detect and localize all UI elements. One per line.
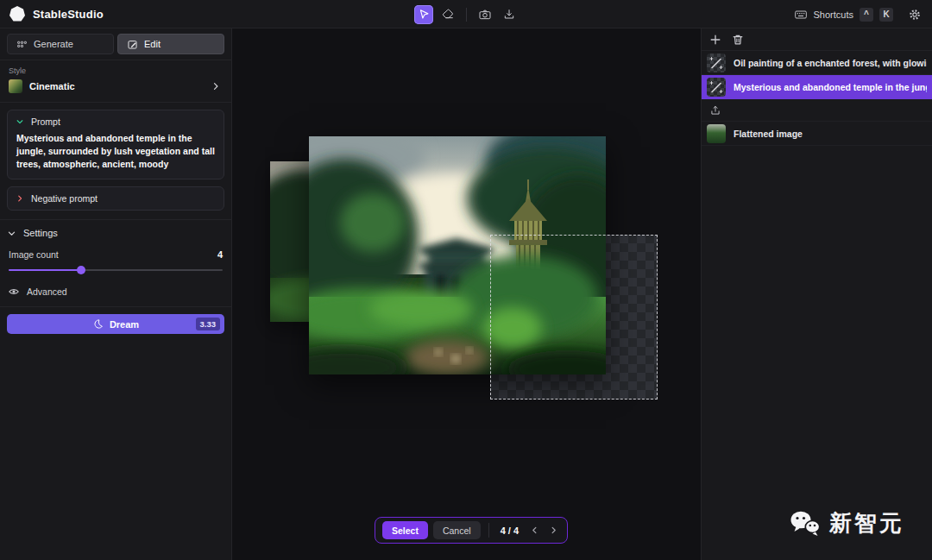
tab-edit[interactable]: Edit: [117, 34, 224, 54]
layer-label: Oil painting of a enchanted forest, with…: [734, 58, 927, 68]
canvas[interactable]: Select Cancel 4 / 4: [232, 28, 701, 560]
watermark: 新智元: [790, 508, 904, 538]
shortcut-key-ctrl: ^: [860, 8, 873, 22]
layer-thumbnail-checker: [707, 78, 726, 97]
style-section[interactable]: Style Cinematic: [0, 60, 231, 103]
trash-icon[interactable]: [732, 34, 744, 46]
negative-prompt-header[interactable]: Negative prompt: [8, 187, 224, 210]
left-sidebar: Generate Edit Style Cinematic: [0, 28, 232, 560]
layer-label: Mysterious and abandoned temple in the j…: [734, 82, 927, 92]
layers-header: [702, 28, 932, 51]
layers-panel: Oil painting of a enchanted forest, with…: [701, 28, 932, 560]
top-bar: StableStudio: [0, 0, 932, 28]
tab-generate[interactable]: Generate: [7, 34, 114, 54]
layer-label: Flattened image: [734, 129, 803, 139]
advanced-label: Advanced: [27, 286, 67, 297]
add-layer-icon[interactable]: [709, 34, 721, 46]
chevron-left-icon: [530, 525, 539, 535]
gear-icon: [908, 8, 922, 22]
layer-row-flattened[interactable]: Flattened image: [702, 122, 932, 146]
shortcuts-label[interactable]: Shortcuts: [814, 9, 853, 20]
download-tool-button[interactable]: [500, 5, 519, 24]
edit-icon: [127, 39, 138, 50]
slider-thumb[interactable]: [77, 266, 85, 274]
chevron-right-icon: [211, 81, 221, 91]
tab-edit-label: Edit: [144, 39, 161, 49]
previous-image-button[interactable]: [527, 521, 541, 539]
generated-image-front[interactable]: [309, 136, 606, 374]
style-value: Cinematic: [29, 81, 75, 91]
chevron-right-icon: [549, 525, 558, 535]
canvas-toolbar: [414, 0, 519, 28]
mode-tabs: Generate Edit: [0, 28, 231, 60]
eraser-icon: [441, 8, 455, 22]
prompt-header[interactable]: Prompt: [8, 110, 224, 130]
eye-icon: [8, 286, 20, 298]
divider: [0, 306, 231, 307]
select-tool-button[interactable]: [414, 5, 433, 24]
prompt-panel: Prompt Mysterious and abandoned temple i…: [7, 110, 224, 179]
chevron-down-icon: [7, 229, 16, 238]
settings-header[interactable]: Settings: [0, 220, 231, 240]
image-count-slider[interactable]: [9, 266, 223, 274]
stablestudio-logo-icon: [9, 5, 26, 22]
select-button[interactable]: Select: [382, 521, 428, 539]
cursor-icon: [418, 8, 431, 21]
watermark-text: 新智元: [829, 508, 904, 538]
settings-button[interactable]: [908, 8, 922, 22]
shortcut-key-k: K: [879, 8, 893, 22]
prompt-text[interactable]: Mysterious and abandoned temple in the j…: [8, 130, 224, 179]
dream-cost-badge: 3.33: [196, 318, 221, 330]
dream-button-label: Dream: [110, 319, 139, 330]
image-count-label: Image count: [9, 249, 59, 260]
layer-row-oil-painting[interactable]: Oil painting of a enchanted forest, with…: [702, 51, 932, 75]
keyboard-icon: [794, 8, 808, 22]
wechat-icon: [790, 510, 821, 538]
style-thumbnail: [9, 79, 22, 93]
selection-action-bar: Select Cancel 4 / 4: [375, 517, 568, 544]
chevron-right-icon: [16, 194, 24, 203]
image-count-row: Image count 4: [0, 240, 231, 260]
cancel-button[interactable]: Cancel: [433, 521, 481, 539]
brand: StableStudio: [0, 5, 233, 22]
chevron-down-icon: [16, 117, 24, 126]
grid-icon: [16, 39, 28, 50]
eraser-tool-button[interactable]: [438, 5, 457, 24]
layer-thumbnail-checker: [707, 53, 726, 72]
style-row[interactable]: Cinematic: [9, 79, 223, 93]
settings-header-label: Settings: [23, 228, 58, 238]
negative-prompt-label: Negative prompt: [31, 193, 98, 204]
topbar-right: Shortcuts ^ K: [794, 0, 932, 28]
pagination-indicator: 4 / 4: [497, 525, 522, 536]
snapshot-tool-button[interactable]: [475, 5, 494, 24]
layer-thumbnail-image: [707, 124, 726, 143]
style-label: Style: [9, 66, 223, 75]
image-count-value: 4: [217, 249, 223, 260]
upload-icon: [709, 104, 721, 116]
dream-button[interactable]: Dream 3.33: [7, 314, 224, 334]
advanced-toggle[interactable]: Advanced: [0, 274, 231, 298]
stablestudio-app: StableStudio: [0, 0, 932, 560]
download-icon: [502, 8, 516, 22]
divider: [488, 523, 489, 538]
toolbar-divider: [466, 8, 467, 22]
app-title: StableStudio: [33, 8, 104, 21]
magic-wand-icon: [707, 53, 726, 72]
prompt-header-label: Prompt: [31, 116, 60, 127]
negative-prompt-panel[interactable]: Negative prompt: [7, 186, 224, 211]
upload-row[interactable]: [702, 99, 932, 122]
layer-row-temple-selected[interactable]: Mysterious and abandoned temple in the j…: [702, 75, 932, 99]
slider-fill: [9, 269, 81, 271]
moon-icon: [92, 318, 104, 330]
magic-wand-icon: [707, 78, 726, 97]
tab-generate-label: Generate: [34, 39, 73, 49]
next-image-button[interactable]: [546, 521, 560, 539]
camera-icon: [478, 8, 492, 22]
